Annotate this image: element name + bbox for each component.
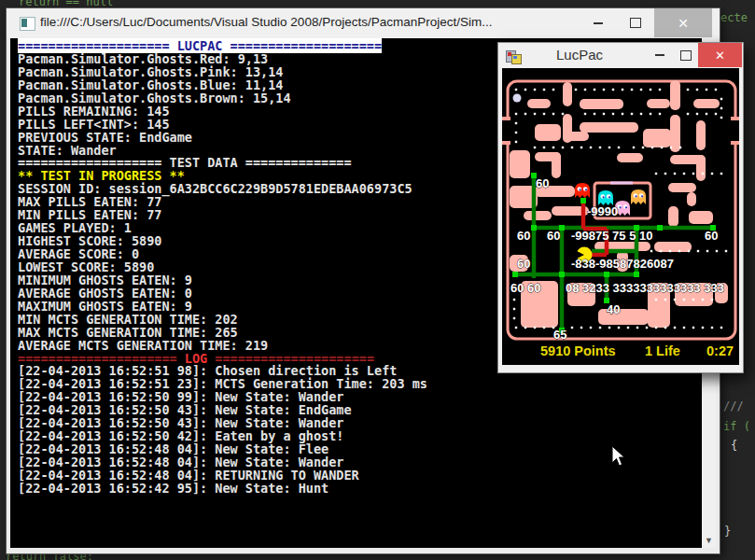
maze-wall (563, 132, 589, 141)
pill (571, 147, 573, 148)
minimize-icon (594, 22, 603, 24)
maze-wall (580, 122, 638, 133)
tree-value-label: 60 (705, 229, 718, 243)
pill (599, 327, 601, 329)
pill (659, 89, 661, 91)
tunnel-wall (502, 117, 510, 120)
lucpac-maximize-button[interactable] (674, 43, 698, 67)
pill (715, 89, 717, 91)
code-fragment: ecte (720, 11, 748, 24)
tunnel-gap (731, 120, 739, 141)
pill (562, 147, 564, 148)
pill (650, 250, 652, 252)
mcts-tree-node (580, 198, 586, 203)
console-line: [22-04-2013 16:52:42 95]: New State: Hun… (18, 483, 427, 496)
power-pill (513, 94, 522, 103)
pill (660, 250, 662, 252)
pill (612, 113, 614, 115)
maze-canvas[interactable]: 60-99906060-99875 75 5 106060-838-985878… (502, 68, 739, 365)
pill (683, 327, 685, 329)
ghost-pupil (608, 196, 610, 198)
tree-value-label: -9990 (587, 204, 618, 218)
tree-value-label: -99875 75 5 10 (571, 229, 652, 243)
pill (612, 89, 614, 91)
console-maximize-button[interactable] (617, 8, 654, 37)
pill (650, 113, 651, 115)
pill (580, 327, 582, 329)
console-close-button[interactable]: ✕ (654, 8, 712, 37)
code-fragment: /// (723, 399, 744, 413)
pill (702, 299, 704, 301)
maximize-icon (680, 50, 692, 61)
pill (603, 113, 605, 115)
pill (640, 89, 642, 91)
ghost-pupil (603, 196, 605, 198)
ghost-pupil (641, 195, 643, 197)
scrollbar-down-icon[interactable]: ▼ (702, 533, 716, 548)
game-status-text: 0:27 (706, 343, 734, 358)
pill (622, 89, 623, 91)
lucpac-titlebar[interactable]: LucPac ✕ (498, 43, 743, 68)
tree-value-label: 60 (517, 257, 530, 271)
pill (670, 147, 672, 148)
pill (664, 173, 666, 175)
ghost-eye (583, 187, 588, 191)
pill (590, 147, 592, 148)
mcts-tree-node (559, 272, 565, 277)
pill (674, 173, 676, 175)
maze-wall (668, 183, 696, 192)
pill (646, 327, 648, 329)
mcts-tree-node (512, 272, 518, 277)
pill (543, 147, 545, 148)
tree-value-label: 60 (547, 229, 560, 243)
lucpac-game-area[interactable]: 60-99906060-99875 75 5 106060-838-985878… (502, 68, 739, 365)
console-titlebar[interactable]: file:///C:/Users/Luc/Documents/Visual St… (7, 8, 720, 38)
lucpac-minimize-button[interactable] (648, 43, 672, 67)
pill (674, 327, 676, 329)
maze-wall (696, 155, 706, 181)
maze-wall (552, 152, 561, 178)
pill (618, 327, 620, 329)
pill (678, 250, 680, 252)
maze-wall (668, 206, 678, 227)
pill (584, 113, 586, 115)
pill (716, 250, 718, 252)
pill (655, 327, 657, 329)
pill (692, 299, 694, 301)
console-minimize-button[interactable] (580, 8, 617, 37)
pill (524, 113, 526, 115)
ghost-eye (601, 194, 606, 199)
pill (664, 299, 666, 301)
pill (543, 327, 545, 329)
tree-value-label: 40 (607, 302, 620, 316)
pill (664, 327, 666, 329)
pill (552, 147, 554, 148)
game-status-text: 5910 Points (540, 343, 616, 358)
lucpac-close-button[interactable]: ✕ (698, 43, 742, 67)
tree-value-label: 60 (517, 229, 530, 243)
pill (599, 147, 601, 148)
ghost-pupil (585, 189, 587, 190)
pill (692, 327, 694, 329)
pill (534, 89, 536, 91)
pill (608, 147, 610, 148)
ghost-pupil (636, 195, 637, 197)
pill (640, 113, 642, 115)
lucpac-window-title: LucPac (556, 47, 603, 63)
mcts-tree-node (657, 225, 663, 231)
pill (711, 173, 713, 175)
pill (513, 308, 515, 310)
pill (687, 113, 689, 115)
maze-wall (563, 82, 572, 106)
tree-value-label: -838-98587826087 (571, 257, 674, 271)
pill (655, 299, 657, 301)
pill (642, 147, 644, 148)
pill (679, 147, 681, 148)
pill (515, 113, 517, 115)
ghost-pupil (625, 206, 627, 208)
pill (702, 327, 704, 329)
maze-wall (580, 99, 623, 109)
ghost-eye (623, 204, 628, 209)
pill (534, 113, 536, 115)
pill (515, 122, 517, 124)
